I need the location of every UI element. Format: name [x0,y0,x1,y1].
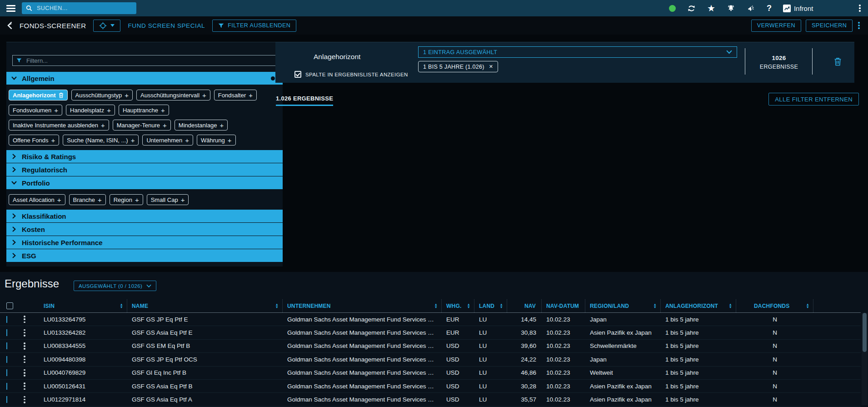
column-header-dachfonds[interactable]: DACHFONDS▲▼ [736,299,813,312]
filter-chip-fondsalter[interactable]: Fondsalter+ [214,90,257,100]
filter-section-regulatorisch[interactable]: Regulatorisch [6,163,283,176]
filter-chip-fondsvolumen[interactable]: Fondsvolumen+ [9,105,62,116]
row-menu-icon[interactable] [23,395,29,404]
table-row[interactable]: LU0083344555GSF GS EM Eq Ptf BGoldman Sa… [0,340,861,353]
row-checkbox[interactable] [6,329,7,336]
row-checkbox[interactable] [6,383,7,390]
row-checkbox[interactable] [6,342,7,349]
remove-value-icon[interactable]: ✕ [489,64,494,70]
sync-icon[interactable] [687,4,696,13]
chevron-down-icon [146,284,151,288]
filter-chip-haupttranche[interactable]: Haupttranche+ [119,105,169,116]
selection-dropdown[interactable]: AUSGEWÄHLT (0 / 1026) [74,281,156,291]
megaphone-icon[interactable] [747,4,755,13]
row-menu-icon[interactable] [23,342,29,351]
column-header-region-land[interactable]: REGION/LAND▲▼ [585,299,661,312]
column-header-nav-datum[interactable]: NAV-DATUM [542,299,585,312]
filter-chip-inaktive-instrumente-ausblenden[interactable]: Inaktive Instrumente ausblenden+ [9,120,109,131]
favorites-star-icon[interactable]: ★ [707,4,715,13]
filter-chip-offene-fonds[interactable]: Offene Fonds+ [9,135,59,146]
row-menu-icon[interactable] [23,328,29,337]
cell-region: Japan [585,356,661,363]
sort-icon[interactable]: ▲▼ [275,303,279,308]
filter-search-field[interactable] [12,55,277,66]
discard-button[interactable]: VERWERFEN [751,20,801,32]
global-search[interactable] [22,2,136,14]
notifications-bell-icon[interactable] [727,4,735,13]
table-row[interactable]: LU0050126431GSF GS Asia Eq Ptf BGoldman … [0,380,861,393]
scrollbar-thumb[interactable] [863,313,867,352]
toolbar-more-icon[interactable] [857,21,861,30]
add-icon: + [98,196,102,203]
selected-value-chip[interactable]: 1 BIS 5 JAHRE (1.026) ✕ [418,61,498,72]
column-header-whg[interactable]: WHG.▲▼ [442,299,474,312]
show-column-toggle[interactable]: SPALTE IN ERGEBNISLISTE ANZEIGEN [294,71,408,78]
filter-chip-ausschüttungsintervall[interactable]: Ausschüttungsintervall+ [136,90,210,100]
cell-country: LU [474,356,507,363]
vertical-scrollbar[interactable] [862,313,868,405]
filter-chip-ausschüttungstyp[interactable]: Ausschüttungstyp+ [71,90,133,100]
table-row[interactable]: LU0094480398GSF GS JP Eq Ptf OCSGoldman … [0,353,861,366]
search-input[interactable] [36,5,132,12]
filter-section-portfolio[interactable]: Portfolio [6,176,283,189]
filter-chip-suche-name-isin[interactable]: Suche (Name, ISIN, ...)+ [63,135,139,146]
column-header-isin[interactable]: ISIN▲▼ [34,299,127,312]
table-row[interactable]: LU0040769829GSF Gl Eq Inc Ptf BGoldman S… [0,367,861,380]
remove-filter-button[interactable] [834,57,842,67]
row-checkbox[interactable] [6,369,7,376]
filter-chip-währung[interactable]: Währung+ [197,135,236,146]
filter-section-risiko-&-ratings[interactable]: Risiko & Ratings [6,150,283,163]
column-header-nav[interactable]: NAV [507,299,542,312]
hide-filters-button[interactable]: FILTER AUSBLENDEN [212,20,296,32]
row-menu-icon[interactable] [23,368,29,377]
filter-section-historische-performance[interactable]: Historische Performance [6,236,283,249]
row-menu-icon[interactable] [23,355,29,364]
column-header-name[interactable]: NAME▲▼ [127,299,283,312]
filter-chip-unternehmen[interactable]: Unternehmen+ [142,135,193,146]
row-checkbox[interactable] [6,396,7,403]
clear-all-filters-button[interactable]: ALLE FILTER ENTFERNEN [768,93,859,106]
filter-chip-manager-tenure[interactable]: Manager-Tenure+ [113,120,171,131]
sort-icon[interactable]: ▲▼ [806,303,809,308]
row-menu-icon[interactable] [23,315,29,324]
target-view-button[interactable] [93,20,120,32]
cell-nav: 14,45 [507,316,542,323]
filter-chip-small-cap[interactable]: Small Cap+ [147,194,189,205]
topbar-more-icon[interactable] [858,4,862,13]
save-button[interactable]: SPEICHERN [806,20,853,32]
column-header-anlagehorizont[interactable]: ANLAGEHORIZONT▲▼ [661,299,736,312]
table-row[interactable]: LU0133264795GSF GS JP Eq Ptf EGoldman Sa… [0,313,861,326]
sort-icon[interactable]: ▲▼ [728,303,732,308]
filter-search-input[interactable] [25,57,273,65]
filter-section-klassifikation[interactable]: Klassifikation [6,210,283,222]
row-checkbox[interactable] [6,356,7,363]
sort-icon[interactable]: ▲▼ [499,303,503,308]
select-all-checkbox[interactable] [6,302,13,309]
table-row[interactable]: LU0133264282GSF GS Asia Eq Ptf EGoldman … [0,326,861,339]
filter-chip-anlagehorizont[interactable]: Anlagehorizont [9,90,68,100]
back-button[interactable] [7,21,12,30]
filter-section-allgemein[interactable]: Allgemein [6,72,283,85]
results-count-tab[interactable]: 1.026 ERGEBNISSE [276,95,333,106]
show-column-checkbox[interactable] [294,71,301,78]
column-header-land[interactable]: LAND▲▼ [474,299,507,312]
sort-icon[interactable]: ▲▼ [467,303,470,308]
column-header-unternehmen[interactable]: UNTERNEHMEN▲▼ [283,299,442,312]
cell-company: Goldman Sachs Asset Management Fund Serv… [283,383,442,390]
horizon-select[interactable]: 1 EINTRAG AUSGEWÄHLT [418,46,737,58]
filter-chip-branche[interactable]: Branche+ [69,194,106,205]
filter-chip-asset-allocation[interactable]: Asset Allocation+ [9,194,65,205]
table-row[interactable]: LU0122971814GSF GS Asia Eq Ptf AGoldman … [0,393,861,406]
menu-icon[interactable] [6,5,15,12]
row-checkbox[interactable] [6,316,7,323]
filter-chip-mindestanlage[interactable]: Mindestanlage+ [175,120,228,131]
filter-chip-handelsplatz[interactable]: Handelsplatz+ [66,105,115,116]
help-icon[interactable]: ? [767,4,772,13]
filter-section-kosten[interactable]: Kosten [6,223,283,236]
filter-section-esg[interactable]: ESG [6,249,283,262]
sort-icon[interactable]: ▲▼ [120,303,123,308]
row-menu-icon[interactable] [23,382,29,391]
filter-chip-region[interactable]: Region+ [110,194,143,205]
sort-icon[interactable]: ▲▼ [653,303,657,308]
sort-icon[interactable]: ▲▼ [434,303,438,308]
